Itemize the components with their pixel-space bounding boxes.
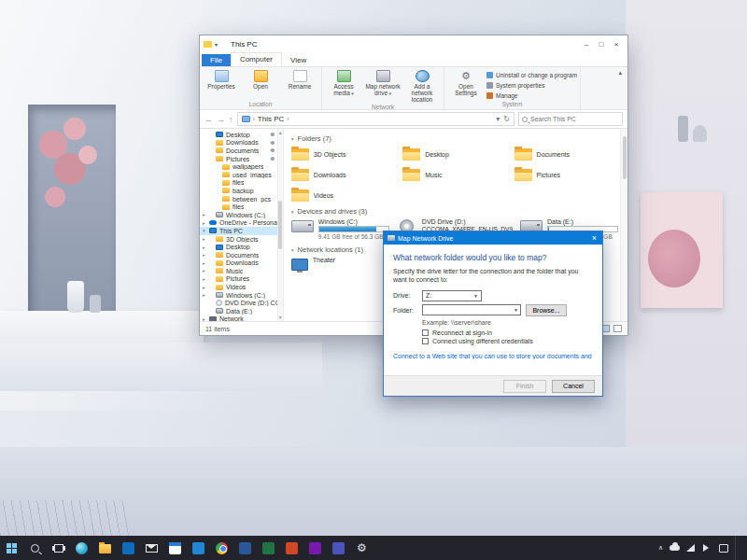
network-location-tile-theater[interactable]: Theater (291, 257, 395, 281)
uninstall-program-button[interactable]: Uninstall or change a program (486, 70, 577, 79)
access-media-button[interactable]: Access media (325, 68, 362, 97)
start-button[interactable] (0, 536, 23, 560)
reconnect-checkbox-row[interactable]: Reconnect at sign-in (422, 329, 593, 336)
forward-icon[interactable]: → (217, 115, 225, 124)
finish-button[interactable]: Finish (503, 380, 546, 393)
taskbar-app-edge[interactable] (70, 536, 93, 560)
quick-access-toolbar-chevron-icon[interactable]: ▾ (215, 41, 218, 48)
scroll-down-icon[interactable]: ▼ (278, 315, 283, 320)
tab-computer[interactable]: Computer (231, 52, 282, 66)
properties-button[interactable]: Properties (203, 68, 240, 90)
back-icon[interactable]: ← (204, 115, 213, 124)
section-header-folders[interactable]: Folders (7) (291, 134, 618, 143)
taskbar-app-word[interactable] (233, 536, 257, 560)
ribbon-collapse-icon[interactable]: ▴ (613, 67, 627, 109)
tab-view[interactable]: View (282, 54, 315, 66)
connect-website-link[interactable]: Connect to a Web site that you can use t… (393, 353, 593, 359)
system-properties-button[interactable]: System properties (486, 80, 577, 90)
sidebar-item-dvd-drive[interactable]: DVD Drive (D:) CCCOMA_X64 (200, 299, 277, 307)
search-box[interactable] (518, 112, 623, 126)
folder-tile-desktop[interactable]: Desktop (402, 146, 506, 163)
sidebar-item-desktop[interactable]: Desktop (200, 131, 277, 139)
sidebar-item-documents[interactable]: Documents (200, 147, 277, 155)
taskbar-app-photos[interactable] (187, 536, 210, 560)
sidebar-item-windows-c[interactable]: Windows (C:) (200, 211, 277, 219)
breadcrumb-chevron-icon[interactable]: › (253, 116, 255, 122)
sidebar-item-music[interactable]: Music (200, 267, 277, 275)
taskbar-app-chrome[interactable] (210, 536, 233, 560)
section-header-devices[interactable]: Devices and drives (3) (291, 207, 618, 216)
task-view-button[interactable] (47, 536, 70, 560)
breadcrumb-chevron-icon[interactable]: › (287, 116, 289, 122)
sidebar-item-onedrive[interactable]: OneDrive - Personal (200, 219, 277, 228)
manage-button[interactable]: Manage (486, 91, 577, 100)
taskbar-app-file-explorer[interactable] (93, 536, 117, 560)
folder-tile-music[interactable]: Music (402, 166, 506, 184)
sidebar-item-backup[interactable]: backup (200, 187, 277, 195)
taskbar-app-teams[interactable] (327, 536, 350, 560)
taskbar-app-powerpoint[interactable] (280, 536, 303, 560)
sidebar-item-3d-objects[interactable]: 3D Objects (200, 235, 277, 244)
taskbar-app-calendar[interactable] (163, 536, 187, 560)
taskbar-app-settings[interactable]: ⚙ (350, 536, 374, 560)
open-settings-button[interactable]: ⚙ Open Settings (447, 68, 485, 96)
breadcrumb[interactable]: This PC (258, 115, 284, 123)
folder-tile-3d-objects[interactable]: 3D Objects (291, 146, 395, 163)
network-signal-icon[interactable] (686, 544, 695, 552)
onedrive-cloud-icon[interactable] (669, 545, 680, 551)
show-desktop-button[interactable] (735, 536, 738, 560)
action-center-icon[interactable] (719, 544, 728, 553)
folder-tile-pictures[interactable]: Pictures (514, 166, 618, 184)
credentials-checkbox-row[interactable]: Connect using different credentials (422, 338, 593, 344)
taskbar-app-store[interactable] (117, 536, 140, 560)
sidebar-item-wallpapers[interactable]: wallpapers (200, 162, 277, 171)
close-button[interactable]: × (609, 40, 624, 49)
folder-input[interactable] (423, 305, 514, 315)
tray-expand-icon[interactable]: ∧ (658, 544, 663, 552)
sidebar-item-pictures2[interactable]: Pictures (200, 275, 277, 284)
folder-combobox[interactable]: ▼ (422, 304, 521, 315)
add-network-location-button[interactable]: Add a network location (403, 68, 441, 103)
taskbar-app-excel[interactable] (257, 536, 280, 560)
map-network-drive-button[interactable]: Map network drive (364, 68, 402, 97)
dialog-titlebar[interactable]: Map Network Drive × (384, 231, 602, 245)
maximize-button[interactable]: □ (594, 40, 609, 49)
thumbnail-view-icon[interactable] (613, 325, 622, 332)
sidebar-item-files2[interactable]: files (200, 203, 277, 211)
scroll-up-icon[interactable]: ▲ (278, 130, 283, 135)
taskbar-app-onenote[interactable] (303, 536, 327, 560)
browse-button[interactable]: Browse... (526, 304, 567, 316)
sidebar-item-files[interactable]: files (200, 179, 277, 188)
folder-tile-downloads[interactable]: Downloads (291, 166, 395, 184)
volume-icon[interactable] (703, 544, 712, 552)
dialog-close-button[interactable]: × (590, 233, 599, 243)
drive-tile-windows-c[interactable]: Windows (C:) 9.41 GB free of 56.3 GB (291, 218, 389, 243)
reconnect-checkbox[interactable] (422, 329, 429, 336)
open-button[interactable]: Open (242, 68, 279, 90)
sidebar-item-documents2[interactable]: Documents (200, 251, 277, 259)
drive-letter-select[interactable]: Z: ▼ (422, 290, 482, 301)
sidebar-item-downloads[interactable]: Downloads (200, 139, 277, 147)
up-icon[interactable]: ↑ (229, 115, 233, 124)
sidebar-item-windows-c2[interactable]: Windows (C:) (200, 291, 277, 300)
sidebar-item-videos[interactable]: Videos (200, 283, 277, 291)
explorer-titlebar[interactable]: ▾ This PC – □ × (200, 35, 627, 52)
minimize-button[interactable]: – (579, 40, 594, 49)
sidebar-item-pictures[interactable]: Pictures (200, 155, 277, 163)
sidebar-item-data-e[interactable]: Data (E:) (200, 307, 277, 315)
scroll-thumb[interactable] (623, 136, 627, 179)
search-input[interactable] (530, 116, 619, 122)
folder-tile-videos[interactable]: Videos (291, 187, 395, 204)
search-button[interactable] (23, 536, 47, 560)
folder-tile-documents[interactable]: Documents (514, 146, 618, 163)
address-dropdown-icon[interactable]: ▾ (496, 115, 500, 123)
tab-file[interactable]: File (202, 54, 231, 66)
sidebar-item-desktop2[interactable]: Desktop (200, 243, 277, 251)
taskbar-app-mail[interactable] (140, 536, 163, 560)
sidebar-item-this-pc[interactable]: This PC (200, 227, 277, 235)
sidebar-item-between-pcs[interactable]: between_pcs (200, 195, 277, 203)
scroll-thumb[interactable] (278, 201, 282, 249)
credentials-checkbox[interactable] (422, 338, 429, 344)
sidebar-item-downloads2[interactable]: Downloads (200, 259, 277, 268)
cancel-button[interactable]: Cancel (552, 380, 595, 393)
